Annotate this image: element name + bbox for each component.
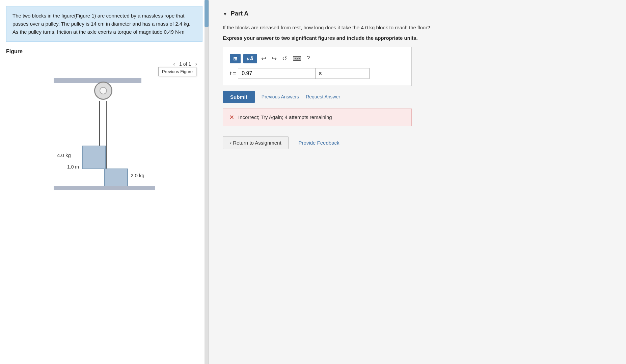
answer-label: t =	[230, 70, 236, 77]
keyboard-btn[interactable]: ⌨	[291, 54, 303, 63]
floor	[54, 186, 155, 190]
error-box: ✕ Incorrect; Try Again; 4 attempts remai…	[223, 109, 412, 126]
submit-row: Submit Previous Answers Request Answer	[223, 91, 613, 103]
undo-btn[interactable]: ↩	[260, 54, 268, 63]
answer-unit-input[interactable]	[316, 68, 370, 79]
figure-diagram: 4.0 kg 2.0 kg 1.0 m	[33, 78, 175, 193]
problem-text: The two blocks in the figure(Figure 1) a…	[12, 13, 190, 35]
block-4kg	[82, 146, 106, 169]
part-chevron-icon: ▼	[223, 11, 227, 17]
scroll-bar[interactable]	[205, 0, 209, 364]
error-text: Incorrect; Try Again; 4 attempts remaini…	[238, 114, 332, 120]
pulley-inner	[100, 87, 107, 94]
figure-section: Figure ‹ 1 of 1 › Previous Figure	[0, 45, 209, 193]
question-text: If the blocks are released from rest, ho…	[223, 24, 613, 32]
pulley-wheel	[94, 82, 112, 100]
pulley	[94, 82, 112, 100]
answer-box: ⊞ μÅ ↩ ↪ ↺ ⌨ ? t =	[223, 47, 412, 86]
part-header: ▼ Part A	[223, 10, 613, 17]
answer-value-input[interactable]	[238, 68, 316, 79]
prev-answers-link[interactable]: Previous Answers	[262, 94, 299, 99]
scroll-thumb[interactable]	[205, 0, 209, 27]
block-2kg	[104, 169, 128, 187]
mu-btn[interactable]: μÅ	[243, 54, 257, 63]
right-panel: ▼ Part A If the blocks are released from…	[209, 0, 626, 364]
answer-row: t =	[230, 68, 405, 79]
part-title: Part A	[231, 10, 248, 17]
submit-button[interactable]: Submit	[223, 91, 255, 103]
provide-feedback-link[interactable]: Provide Feedback	[299, 140, 339, 146]
matrix-btn[interactable]: ⊞	[230, 54, 241, 63]
distance-marker: 1.0 m	[67, 164, 79, 170]
block-4kg-label: 4.0 kg	[57, 152, 71, 158]
instruction-text: Express your answer to two significant f…	[223, 35, 613, 41]
reset-btn[interactable]: ↺	[281, 54, 289, 63]
math-toolbar: ⊞ μÅ ↩ ↪ ↺ ⌨ ?	[230, 54, 405, 63]
request-answer-link[interactable]: Request Answer	[306, 94, 340, 99]
figure-nav-count: 1 of 1	[179, 61, 191, 67]
problem-text-box: The two blocks in the figure(Figure 1) a…	[6, 6, 202, 42]
bottom-actions: ‹ Return to Assignment Provide Feedback	[223, 136, 613, 149]
left-panel: The two blocks in the figure(Figure 1) a…	[0, 0, 209, 364]
figure-label: Figure	[6, 49, 202, 56]
return-to-assignment-button[interactable]: ‹ Return to Assignment	[223, 136, 289, 149]
block-2kg-label: 2.0 kg	[131, 173, 144, 178]
help-btn[interactable]: ?	[305, 54, 311, 63]
error-icon: ✕	[229, 114, 234, 121]
rope-left	[99, 101, 100, 152]
figure-nav: ‹ 1 of 1 › Previous Figure	[6, 58, 202, 68]
prev-figure-tooltip: Previous Figure	[158, 67, 196, 76]
redo-btn[interactable]: ↪	[270, 54, 278, 63]
rope-right	[106, 101, 107, 174]
